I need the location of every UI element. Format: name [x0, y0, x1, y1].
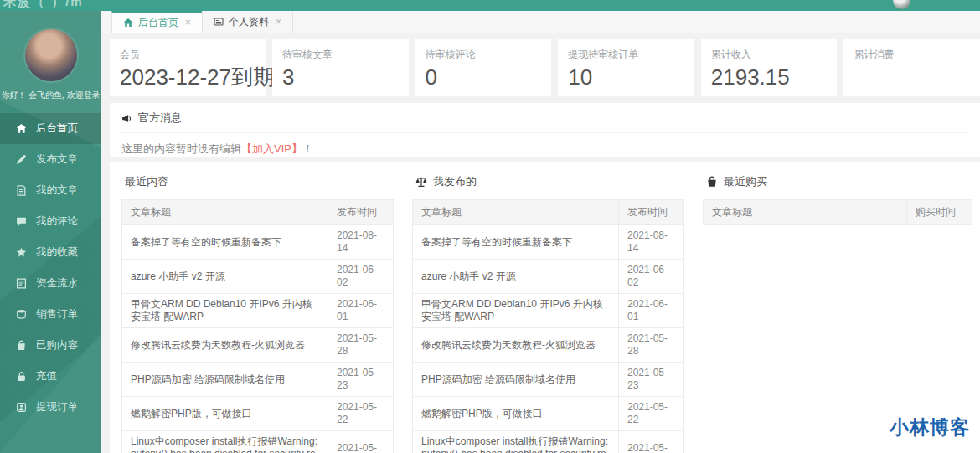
my-published-title: 我发布的: [433, 174, 477, 189]
stat-label: 累计消费: [854, 48, 970, 62]
message-text-suffix: ！: [302, 142, 313, 155]
sidebar-item[interactable]: 我的文章: [0, 175, 101, 206]
article-title-link[interactable]: 甲骨文ARM DD Debian10 开IPv6 升内核 安宝塔 配WARP: [122, 294, 328, 328]
stat-value: 10: [568, 65, 684, 90]
stat-value: 0: [426, 65, 542, 90]
publish-date: 2021-05-23: [328, 363, 394, 397]
table-row: 甲骨文ARM DD Debian10 开IPv6 升内核 安宝塔 配WARP 2…: [413, 294, 684, 328]
publish-date: 2021-05-23: [619, 363, 684, 397]
site-watermark: 小林博客: [890, 414, 970, 440]
message-text: 这里的内容暂时没有编辑: [121, 142, 241, 155]
home-icon: [16, 123, 27, 134]
article-title-link[interactable]: 燃鹅解密PHP版，可做接口: [122, 397, 328, 431]
sidebar-item[interactable]: 销售订单: [0, 299, 101, 330]
header-user-avatar[interactable]: [893, 0, 910, 9]
stat-label: 提现待审核订单: [568, 48, 684, 62]
stat-card: 提现待审核订单 10: [558, 39, 694, 96]
publish-date: 2021-05-28: [619, 328, 684, 363]
publish-date: 2021-08-14: [328, 225, 394, 260]
article-title-link[interactable]: azure 小助手 v2 开源: [122, 260, 328, 294]
article-title-link[interactable]: 燃鹅解密PHP版，可做接口: [413, 397, 619, 431]
bag-icon: [706, 176, 718, 188]
stat-card: 累计收入 2193.15: [701, 39, 838, 96]
stat-card: 待审核评论 0: [415, 39, 552, 96]
article-title-link[interactable]: 备案掉了等有空的时候重新备案下: [122, 225, 328, 260]
sidebar-item[interactable]: 我的评论: [0, 206, 101, 237]
tab-close-icon[interactable]: ×: [276, 16, 281, 28]
article-title-link[interactable]: PHP源码加密 给源码限制域名使用: [413, 363, 619, 397]
join-vip-link[interactable]: 【加入VIP】: [241, 142, 302, 155]
table-row: 备案掉了等有空的时候重新备案下 2021-08-14: [413, 225, 684, 260]
sidebar-item[interactable]: 后台首页: [0, 113, 101, 144]
column-header-title: 文章标题: [413, 200, 619, 225]
stat-label: 待审核文章: [282, 48, 399, 62]
stat-value: 3: [282, 65, 399, 90]
stat-label: 累计收入: [711, 48, 828, 62]
article-title-link[interactable]: azure 小助手 v2 开源: [413, 260, 619, 294]
sidebar-item-label: 后台首页: [36, 121, 78, 136]
sidebar-item-label: 已购内容: [36, 338, 78, 353]
publish-date: 2021-05-22: [619, 397, 684, 431]
table-row: PHP源码加密 给源码限制域名使用 2021-05-23: [122, 363, 394, 397]
table-row: 燃鹅解密PHP版，可做接口 2021-05-22: [413, 397, 684, 431]
publish-date: 2021-08-14: [619, 225, 684, 260]
tab[interactable]: 个人资料 ×: [202, 11, 293, 33]
recent-purchases-title: 最近购买: [724, 174, 767, 189]
table-row: 燃鹅解密PHP版，可做接口 2021-05-22: [122, 397, 394, 431]
sidebar-item[interactable]: 提现订单: [0, 392, 101, 423]
tab-close-icon[interactable]: ×: [185, 17, 191, 28]
recent-purchases-section: 最近购买 文章标题 购买时间: [703, 172, 972, 453]
article-title-link[interactable]: 备案掉了等有空的时候重新备案下: [413, 225, 619, 260]
scale-icon: [415, 176, 427, 188]
sidebar-item[interactable]: 我的收藏: [0, 237, 101, 268]
tab-label: 后台首页: [138, 16, 178, 30]
stat-card: 会员 2023-12-27到期: [110, 39, 266, 96]
publish-date: 2021-05-22: [328, 397, 394, 431]
table-row: azure 小助手 v2 开源 2021-06-02: [413, 260, 684, 294]
publish-date: 2021-05-28: [328, 328, 394, 363]
recent-content-section: 最近内容 文章标题 发布时间: [121, 172, 394, 453]
stats-row: 会员 2023-12-27到期 待审核文章 3 待审核评论 0: [110, 39, 980, 96]
article-title-link[interactable]: Linux中composer install执行报错Warning: puten…: [413, 431, 619, 453]
sidebar-item-label: 发布文章: [36, 152, 78, 167]
sidebar-item[interactable]: 资金流水: [0, 268, 101, 299]
comment-icon: [16, 216, 27, 227]
tab-label: 个人资料: [229, 15, 269, 29]
sales-icon: [16, 309, 27, 320]
article-title-link[interactable]: Linux中composer install执行报错Warning: puten…: [122, 431, 328, 453]
withdraw-icon: [16, 402, 27, 413]
stat-label: 待审核评论: [426, 48, 542, 62]
article-title-link[interactable]: 修改腾讯云续费为天数教程-火狐浏览器: [413, 328, 619, 363]
article-title-link[interactable]: 甲骨文ARM DD Debian10 开IPv6 升内核 安宝塔 配WARP: [413, 294, 619, 328]
table-row: Linux中composer install执行报错Warning: puten…: [122, 431, 394, 453]
user-avatar[interactable]: [25, 29, 77, 81]
sidebar-item-label: 销售订单: [36, 307, 78, 322]
tab[interactable]: 后台首页 ×: [111, 11, 203, 33]
edit-icon: [16, 154, 27, 165]
bag-icon: [16, 340, 27, 351]
article-title-link[interactable]: PHP源码加密 给源码限制域名使用: [122, 363, 328, 397]
table-row: 甲骨文ARM DD Debian10 开IPv6 升内核 安宝塔 配WARP 2…: [122, 294, 394, 328]
article-icon: [16, 185, 27, 196]
sidebar-item[interactable]: 发布文章: [0, 144, 101, 175]
my-published-section: 我发布的 文章标题 发布时间: [412, 172, 684, 453]
recent-content-table: 文章标题 发布时间 备案掉了等有空的时候重新备案下 2021-08-14: [121, 199, 394, 453]
tables-panel: 最近内容 文章标题 发布时间: [110, 162, 980, 453]
id-card-icon: [214, 17, 224, 27]
table-row: 修改腾讯云续费为天数教程-火狐浏览器 2021-05-28: [413, 328, 684, 363]
sidebar-item[interactable]: 充值: [0, 361, 101, 392]
sidebar-item-label: 提现订单: [36, 400, 78, 414]
lock-icon: [16, 371, 27, 382]
sidebar: 你好！ 会飞的鱼, 欢迎登录 后台首页 发布文章 我的文章: [0, 11, 101, 453]
top-header-bar: 米波（ ）/m: [0, 0, 980, 11]
stat-label: 会员: [120, 48, 255, 62]
publish-date: 2021-06-01: [328, 294, 394, 328]
table-row: azure 小助手 v2 开源 2021-06-02: [122, 260, 394, 294]
article-title-link[interactable]: 修改腾讯云续费为天数教程-火狐浏览器: [122, 328, 328, 363]
publish-date: 2021-05-17: [619, 431, 684, 453]
home-icon: [123, 18, 133, 28]
publish-date: 2021-06-02: [328, 260, 394, 294]
recent-content-title: 最近内容: [125, 174, 168, 189]
topbar-watermark-text: 米波（ ）/m: [3, 0, 84, 10]
sidebar-item[interactable]: 已购内容: [0, 330, 101, 361]
